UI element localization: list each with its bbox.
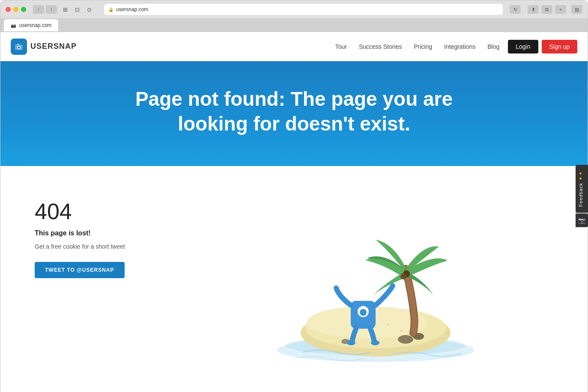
browser-titlebar: ‹ › ⊞ ⊡ ⊙ 🔒 usersnap.com ↻ ⬆ ⧉ + ▤ [0, 0, 588, 18]
browser-action-buttons: ⬆ ⧉ + [528, 5, 566, 14]
tweet-button[interactable]: TWEET TO @USERSNAP [35, 262, 125, 278]
ext-icon-2[interactable]: ⊡ [72, 5, 82, 14]
address-bar[interactable]: 🔒 usersnap.com [104, 4, 503, 15]
island-svg [269, 192, 483, 363]
error-content: 404 This page is lost! Get a free cookie… [35, 192, 180, 278]
window-controls [6, 7, 26, 12]
svg-point-17 [400, 273, 406, 279]
sidebar-toggle[interactable]: ▤ [571, 5, 582, 14]
more-button[interactable]: + [555, 5, 566, 14]
nav-pricing[interactable]: Pricing [414, 43, 432, 50]
active-tab[interactable]: 📷 usersnap.com [4, 19, 58, 31]
svg-point-23 [371, 340, 379, 345]
hero-section: Page not found: The page you are looking… [0, 61, 588, 166]
website-content: USERSNAP Tour Success Stories Pricing In… [0, 32, 588, 392]
nav-tour[interactable]: Tour [335, 43, 347, 50]
feedback-tab[interactable]: Feedback ★★ [576, 165, 588, 213]
feedback-stars: ★★ [578, 171, 583, 181]
navbar: USERSNAP Tour Success Stories Pricing In… [0, 32, 588, 61]
island-illustration [197, 192, 553, 363]
logo-icon [11, 39, 27, 55]
svg-point-21 [360, 309, 367, 316]
nav-links: Tour Success Stories Pricing Integration… [335, 43, 500, 50]
main-content: 404 This page is lost! Get a free cookie… [0, 166, 588, 392]
minimize-button[interactable] [13, 7, 18, 12]
tab-favicon: 📷 [11, 23, 16, 28]
ext-icon-1[interactable]: ⊞ [60, 5, 70, 14]
nav-buttons: ‹ › [33, 5, 57, 14]
maximize-button[interactable] [21, 7, 26, 12]
tab-button[interactable]: ⧉ [541, 5, 552, 14]
url-text: usersnap.com [116, 6, 148, 12]
lock-icon: 🔒 [108, 7, 113, 12]
signup-button[interactable]: Sign up [542, 40, 577, 53]
nav-integrations[interactable]: Integrations [444, 43, 475, 50]
logo[interactable]: USERSNAP [11, 39, 77, 55]
svg-point-9 [398, 335, 413, 344]
reload-button[interactable]: ↻ [510, 5, 521, 14]
ext-icon-3[interactable]: ⊙ [84, 5, 94, 14]
browser-window: ‹ › ⊞ ⊡ ⊙ 🔒 usersnap.com ↻ ⬆ ⧉ + ▤ 📷 use… [0, 0, 588, 392]
tab-label: usersnap.com [19, 22, 51, 28]
login-button[interactable]: Login [508, 40, 538, 53]
share-button[interactable]: ⬆ [528, 5, 539, 14]
svg-point-2 [18, 46, 20, 48]
camera-icon: 📷 [578, 217, 585, 224]
close-button[interactable] [6, 7, 11, 12]
svg-point-15 [400, 330, 402, 332]
svg-point-22 [347, 340, 355, 345]
feedback-tab-label: Feedback [578, 183, 583, 207]
error-description: Get a free cookie for a short tweet [35, 243, 180, 250]
logo-text: USERSNAP [30, 42, 77, 51]
extension-icons: ⊞ ⊡ ⊙ [60, 5, 94, 14]
feedback-widget: Feedback ★★ 📷 [576, 165, 588, 227]
svg-point-13 [388, 324, 389, 325]
error-code: 404 [35, 200, 180, 223]
forward-button[interactable]: › [46, 5, 57, 14]
hero-title: Page not found: The page you are looking… [101, 87, 487, 136]
nav-blog[interactable]: Blog [487, 43, 499, 50]
back-button[interactable]: ‹ [33, 5, 44, 14]
svg-rect-3 [17, 44, 19, 45]
nav-success-stories[interactable]: Success Stories [359, 43, 402, 50]
error-subtitle: This page is lost! [35, 229, 180, 237]
tab-bar: 📷 usersnap.com [0, 18, 588, 32]
feedback-camera[interactable]: 📷 [576, 214, 588, 227]
